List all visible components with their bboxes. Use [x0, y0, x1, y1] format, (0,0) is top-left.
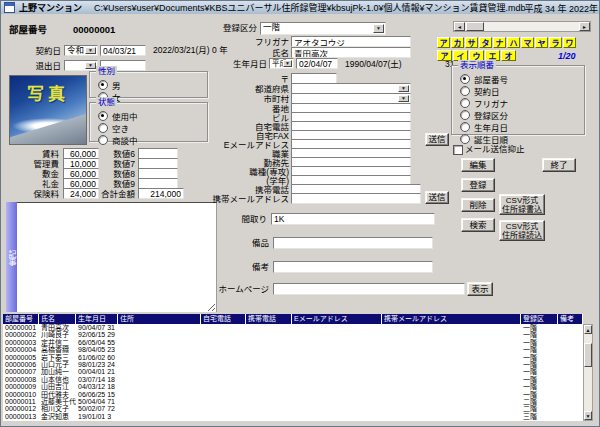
csv-read-button[interactable]: CSV形式 住所録読込: [499, 220, 545, 241]
send-mobile-mail-button[interactable]: 送信: [425, 191, 449, 204]
table-row[interactable]: 00000010田代雅夫06/06/25 15一階: [3, 391, 583, 398]
show-homepage-button[interactable]: 表示: [467, 282, 493, 296]
reg-class-label: 登録区分: [207, 23, 257, 34]
furigana-input[interactable]: [291, 36, 411, 47]
quit-button[interactable]: 終了: [542, 158, 576, 172]
kana-index-button[interactable]: ハ: [507, 37, 520, 48]
table-cell: 00000012: [3, 405, 39, 412]
reg-class-combo[interactable]: 一階 ▼: [260, 22, 386, 35]
table-cell: 三階: [521, 413, 558, 420]
layout-input[interactable]: [271, 213, 435, 225]
note-input[interactable]: [273, 261, 433, 273]
table-cell: [246, 405, 292, 412]
gender-option[interactable]: 男: [98, 79, 205, 91]
display-order-option[interactable]: フリガナ: [460, 97, 582, 109]
table-row[interactable]: 00000013金沢知恵19/01/01 3三階: [3, 413, 583, 420]
kana-index-button[interactable]: ア: [437, 37, 450, 48]
radio-icon[interactable]: [460, 134, 470, 144]
table-row[interactable]: 00000009山田吉江04/03/12 18一階: [3, 383, 583, 390]
display-order-option[interactable]: 生年月日: [460, 121, 582, 133]
radio-icon[interactable]: [460, 110, 470, 120]
edit-button[interactable]: 編集: [461, 158, 495, 172]
scroll-up-icon[interactable]: ▲: [584, 325, 592, 334]
table-cell: [246, 346, 292, 353]
chevron-down-icon[interactable]: ▼: [373, 24, 384, 33]
chevron-down-icon[interactable]: ▼: [283, 60, 292, 67]
display-order-option-label: 契約日: [474, 85, 500, 97]
table-scrollbar-thumb[interactable]: [584, 343, 592, 367]
contract-era-combo[interactable]: 令和 ▼: [64, 45, 98, 56]
chevron-down-icon[interactable]: ▼: [398, 85, 409, 92]
display-order-option[interactable]: 契約日: [460, 85, 582, 97]
table-cell: 一階: [521, 331, 558, 338]
mobile-mail-input[interactable]: [291, 193, 421, 204]
table-row[interactable]: 00000005岩下泰三61/06/02 60一階: [3, 354, 583, 361]
table-row[interactable]: 00000003定井信二66/05/04 55一階: [3, 339, 583, 346]
radio-icon[interactable]: [460, 86, 470, 96]
display-order-option[interactable]: 部屋番号: [460, 73, 582, 85]
search-button[interactable]: 検索: [461, 218, 495, 232]
table-row[interactable]: 00000002川崎良子92/06/15 29一階: [3, 331, 583, 338]
radio-icon[interactable]: [460, 74, 470, 84]
radio-icon[interactable]: [98, 123, 108, 133]
kana-index-button[interactable]: ヤ: [535, 37, 548, 48]
record-next-icon[interactable]: ►: [579, 22, 590, 31]
kana-index-button[interactable]: オ: [501, 50, 516, 61]
csv-write-button[interactable]: CSV形式 住所録書込: [499, 194, 545, 215]
radio-icon[interactable]: [460, 98, 470, 108]
table-row[interactable]: 00000004高橋香織98/04/05 23一階: [3, 346, 583, 353]
kana-index-button[interactable]: ナ: [493, 37, 506, 48]
numeric-field-input[interactable]: [138, 188, 184, 199]
memo-textarea[interactable]: [17, 202, 217, 312]
radio-icon[interactable]: [98, 111, 108, 121]
record-prev-icon[interactable]: ◄: [454, 22, 465, 31]
equipment-input[interactable]: [273, 237, 433, 249]
kana-index-button[interactable]: ラ: [549, 37, 562, 48]
homepage-label: ホームページ: [209, 284, 269, 295]
memo-strip-label: 記事: [6, 202, 17, 312]
mail-suppress-checkbox[interactable]: [453, 145, 463, 155]
status-option[interactable]: 使用中: [98, 110, 205, 122]
table-row[interactable]: 00000012相川文子50/02/07 72二階: [3, 405, 583, 412]
chevron-down-icon[interactable]: ▼: [85, 47, 96, 54]
money-field-input[interactable]: [63, 188, 99, 199]
chevron-down-icon[interactable]: ▼: [85, 62, 96, 69]
record-scrollbar[interactable]: ◄ ►: [453, 21, 591, 32]
moveout-era-combo[interactable]: ▼: [64, 60, 98, 71]
table-cell: 50/02/07 72: [76, 405, 118, 412]
radio-icon[interactable]: [98, 80, 108, 90]
table-row[interactable]: 00000001青田高次90/04/07 31一階: [3, 324, 583, 331]
table-row[interactable]: 00000011近藤美千代50/04/04 71二階: [3, 398, 583, 405]
send-email-button[interactable]: 送信: [425, 133, 449, 146]
status-option[interactable]: 空き: [98, 122, 205, 134]
kana-index-button[interactable]: マ: [521, 37, 534, 48]
contract-date-input[interactable]: [100, 45, 146, 56]
table-cell: [201, 398, 246, 405]
table-scrollbar[interactable]: ▲ ▼: [583, 324, 593, 421]
homepage-input[interactable]: [273, 283, 465, 295]
chevron-down-icon[interactable]: ▼: [398, 95, 409, 102]
table-row[interactable]: 00000006山口元子98/01/23 24一階: [3, 361, 583, 368]
scroll-down-icon[interactable]: ▼: [584, 411, 592, 420]
birthdate-input[interactable]: [296, 58, 338, 69]
table-cell: 一階: [521, 339, 558, 346]
table-cell: [118, 383, 201, 390]
display-order-option[interactable]: 登録区分: [460, 109, 582, 121]
record-scrollbar-thumb[interactable]: [466, 22, 484, 31]
name-input[interactable]: [291, 47, 411, 58]
kana-index-button[interactable]: サ: [465, 37, 478, 48]
kana-index-button[interactable]: タ: [479, 37, 492, 48]
radio-icon[interactable]: [98, 135, 108, 145]
radio-icon[interactable]: [460, 122, 470, 132]
register-button[interactable]: 登録: [461, 178, 495, 192]
table-row[interactable]: 00000007加山純一00/04/01 21一階: [3, 368, 583, 375]
table-row[interactable]: 00000008山本信也03/07/14 18一階: [3, 376, 583, 383]
table-cell: [382, 346, 521, 353]
kana-index-button[interactable]: ワ: [563, 37, 576, 48]
delete-button[interactable]: 削除: [461, 198, 495, 212]
birth-era-combo[interactable]: 平成 ▼: [269, 58, 294, 69]
table-cell: [246, 339, 292, 346]
status-option[interactable]: 商談中: [98, 134, 205, 146]
kana-index-button[interactable]: カ: [451, 37, 464, 48]
table-cell: 66/05/04 55: [76, 339, 118, 346]
